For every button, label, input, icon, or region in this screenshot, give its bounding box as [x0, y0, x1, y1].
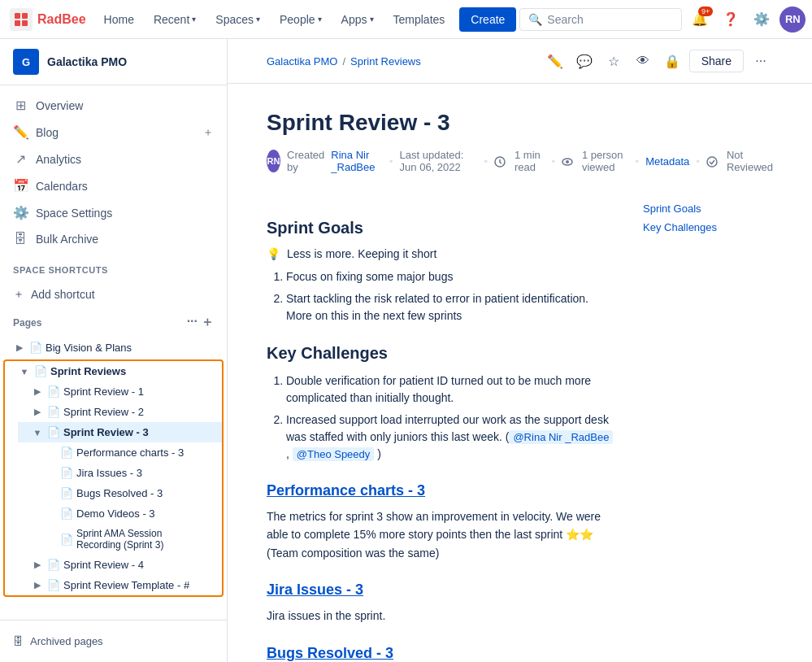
toc-item-key-challenges[interactable]: Key Challenges	[643, 218, 773, 237]
settings-button[interactable]: ⚙️	[749, 7, 775, 33]
page-icon: 📄	[47, 385, 60, 398]
edit-button[interactable]: ✏️	[543, 49, 567, 73]
tree-item-sprint-review-template[interactable]: ▶ 📄 Sprint Review Template - #	[18, 575, 222, 595]
user-avatar[interactable]: RN	[779, 7, 805, 33]
search-bar[interactable]: 🔍 Search	[519, 8, 682, 31]
pages-options-icon[interactable]: ···	[187, 314, 198, 331]
gear-icon: ⚙️	[753, 11, 770, 27]
read-time	[494, 155, 508, 168]
sprint-goals-heading: Sprint Goals	[267, 219, 617, 237]
mention-theo[interactable]: @Theo Speedy	[293, 447, 375, 461]
chevron-right-icon: ▶	[31, 407, 44, 417]
page-icon: 📄	[60, 507, 73, 520]
perf-charts-text: The metrics for sprint 3 show an improve…	[267, 507, 617, 562]
space-header[interactable]: G Galactika PMO	[0, 39, 227, 85]
author-avatar: RN	[267, 150, 280, 172]
list-item: Increased support load interrupted our w…	[286, 412, 617, 463]
logo[interactable]: RadBee	[10, 8, 86, 31]
page-icon: 📄	[60, 534, 73, 546]
sprint-review-3-children: ▶ 📄 Performance charts - 3 ▶ 📄 Jira Issu…	[31, 442, 222, 555]
star-icon: ☆	[608, 54, 619, 69]
sidebar-item-overview[interactable]: ⊞ Overview	[0, 92, 227, 119]
tree-item-perf-charts[interactable]: ▶ 📄 Performance charts - 3	[31, 442, 222, 463]
logo-icon	[10, 8, 33, 31]
page-icon: 📄	[60, 446, 73, 459]
perf-charts-heading[interactable]: Performance charts - 3	[267, 482, 617, 499]
nav-apps[interactable]: Apps ▾	[333, 8, 382, 31]
bulb-icon: 💡	[267, 247, 280, 260]
tree-item-sprint-ama[interactable]: ▶ 📄 Sprint AMA Session Recording (Sprint…	[31, 524, 222, 555]
help-button[interactable]: ❓	[718, 7, 744, 33]
comment-button[interactable]: 💬	[572, 49, 597, 73]
add-shortcut-button[interactable]: ＋ Add shortcut	[0, 281, 227, 307]
page-icon: 📄	[47, 426, 60, 438]
star-icon: ⭐⭐	[566, 528, 593, 541]
sidebar-item-space-settings[interactable]: ⚙️ Space Settings	[0, 199, 227, 226]
sprint-goals-tagline-row: 💡 Less is more. Keeping it short	[267, 247, 617, 260]
nav-home[interactable]: Home	[96, 8, 142, 31]
archived-pages-button[interactable]: 🗄 Archived pages	[0, 627, 227, 655]
sidebar-bottom: 🗄 Archived pages	[0, 620, 227, 662]
pages-add-icon[interactable]: ＋	[201, 314, 214, 331]
pages-section: Pages ··· ＋ ▶ 📄 Big Vision & Plans ▼ 📄 S…	[0, 307, 227, 620]
help-icon: ❓	[723, 11, 739, 27]
tree-item-sprint-review-3[interactable]: ▼ 📄 Sprint Review - 3	[18, 422, 222, 442]
tree-item-sprint-reviews[interactable]: ▼ 📄 Sprint Reviews	[5, 361, 222, 381]
jira-issues-text: Jira issues in the sprint.	[267, 607, 617, 625]
tree-item-demo-videos[interactable]: ▶ 📄 Demo Videos - 3	[31, 503, 222, 524]
watch-button[interactable]: 👁	[631, 49, 655, 73]
toc-item-sprint-goals[interactable]: Sprint Goals	[643, 199, 773, 218]
create-button[interactable]: Create	[459, 7, 516, 32]
chevron-right-icon: ▶	[13, 342, 26, 353]
tree-item-bugs-resolved[interactable]: ▶ 📄 Bugs Resolved - 3	[31, 483, 222, 503]
bugs-resolved-heading[interactable]: Bugs Resolved - 3	[267, 645, 617, 662]
chevron-right-icon: ▶	[31, 580, 44, 590]
notifications-button[interactable]: 🔔 9+	[687, 7, 713, 33]
pencil-icon: ✏️	[547, 54, 563, 69]
updated-label: Last updated: Jun 06, 2022	[400, 149, 478, 173]
nav-recent[interactable]: Recent ▾	[145, 8, 204, 31]
plus-icon: ＋	[13, 287, 24, 302]
comment-icon: 💬	[576, 54, 593, 69]
tree-item-big-vision[interactable]: ▶ 📄 Big Vision & Plans	[0, 338, 227, 358]
sidebar-item-analytics[interactable]: ↗ Analytics	[0, 146, 227, 172]
svg-rect-1	[22, 13, 28, 19]
tree-item-sprint-review-1[interactable]: ▶ 📄 Sprint Review - 1	[18, 381, 222, 402]
top-navigation: RadBee Home Recent ▾ Spaces ▾ People ▾ A…	[0, 0, 812, 39]
nav-spaces[interactable]: Spaces ▾	[207, 8, 268, 31]
content-header-actions: ✏️ 💬 ☆ 👁 🔒 Share ···	[543, 49, 773, 73]
more-options-button[interactable]: ···	[749, 49, 773, 73]
sidebar: G Galactika PMO ⊞ Overview ✏️ Blog ＋ ↗ A…	[0, 39, 228, 662]
page-icon: 📄	[29, 342, 42, 354]
list-item: Double verification for patient ID turne…	[286, 372, 617, 407]
add-blog-icon[interactable]: ＋	[202, 125, 214, 140]
nav-people[interactable]: People ▾	[271, 8, 330, 31]
tree-item-jira-issues[interactable]: ▶ 📄 Jira Issues - 3	[31, 463, 222, 483]
nav-templates[interactable]: Templates	[385, 8, 454, 31]
overview-icon: ⊞	[13, 98, 28, 113]
jira-issues-heading[interactable]: Jira Issues - 3	[267, 581, 617, 599]
tree-item-sprint-review-4[interactable]: ▶ 📄 Sprint Review - 4	[18, 555, 222, 575]
author-name[interactable]: Rina Nir _RadBee	[331, 149, 383, 173]
share-button[interactable]: Share	[689, 50, 744, 72]
content-area: Galactika PMO / Sprint Reviews ✏️ 💬 ☆ 👁 …	[228, 39, 812, 662]
pages-label: Pages	[13, 317, 41, 329]
restrict-button[interactable]: 🔒	[660, 49, 684, 73]
space-avatar: G	[13, 49, 39, 75]
topnav-right: 🔍 Search 🔔 9+ ❓ ⚙️ RN	[519, 7, 805, 33]
notification-badge: 9+	[698, 7, 713, 16]
star-button[interactable]: ☆	[601, 49, 626, 73]
search-icon: 🔍	[528, 13, 542, 26]
breadcrumb-space[interactable]: Galactika PMO	[267, 55, 337, 68]
sprint-goals-tagline: Less is more. Keeping it short	[287, 247, 436, 260]
tree-item-sprint-review-2[interactable]: ▶ 📄 Sprint Review - 2	[18, 402, 222, 422]
space-name: Galactika PMO	[47, 55, 127, 68]
breadcrumb-section[interactable]: Sprint Reviews	[350, 55, 421, 68]
mention-rina[interactable]: @Rina Nir _RadBee	[509, 430, 613, 444]
sidebar-item-bulk-archive[interactable]: 🗄 Bulk Archive	[0, 226, 227, 252]
sidebar-item-blog[interactable]: ✏️ Blog ＋	[0, 119, 227, 146]
page-content: Sprint Review - 3 RN Created by Rina Nir…	[228, 84, 812, 662]
page-icon: 📄	[47, 406, 60, 418]
metadata-link[interactable]: Metadata	[645, 155, 689, 168]
sidebar-item-calendars[interactable]: 📅 Calendars	[0, 172, 227, 199]
